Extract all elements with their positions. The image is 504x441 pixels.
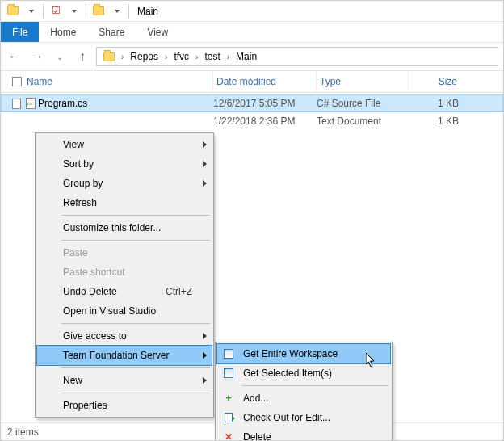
- qat-dropdown-icon[interactable]: [66, 4, 81, 19]
- tab-view[interactable]: View: [136, 23, 179, 41]
- titlebar: ☑ Main: [1, 1, 503, 22]
- back-button[interactable]: ←: [6, 48, 23, 65]
- plus-icon: +: [222, 392, 235, 405]
- menu-new[interactable]: New: [37, 371, 212, 390]
- chevron-right-icon: [203, 377, 207, 384]
- folder-icon: [91, 4, 106, 19]
- chevron-right-icon[interactable]: ›: [163, 52, 169, 61]
- file-modified: 1/22/2018 2:36 PM: [213, 116, 317, 127]
- file-row[interactable]: Program.cs 12/6/2017 5:05 PM C# Source F…: [1, 94, 503, 112]
- menu-separator: [61, 215, 210, 216]
- address-bar[interactable]: › Repos › tfvc › test › Main: [96, 47, 498, 66]
- file-row[interactable]: 1/22/2018 2:36 PM Text Document 1 KB: [1, 112, 503, 130]
- menu-get-selected-items[interactable]: Get Selected Item(s): [217, 363, 390, 383]
- breadcrumb-item[interactable]: Repos: [127, 51, 162, 62]
- qat-dropdown-icon[interactable]: [23, 4, 38, 19]
- column-name[interactable]: Name: [23, 71, 213, 92]
- menu-paste: Paste: [37, 243, 212, 262]
- qat-properties-icon[interactable]: ☑: [48, 4, 63, 19]
- menu-sort-by[interactable]: Sort by: [37, 154, 212, 174]
- menu-give-access-to[interactable]: Give access to: [37, 326, 212, 346]
- menu-undo-delete[interactable]: Undo DeleteCtrl+Z: [37, 282, 212, 301]
- folder-icon: [6, 4, 20, 19]
- checkout-icon: [222, 411, 235, 424]
- breadcrumb-item[interactable]: tfvc: [170, 51, 192, 62]
- select-all-checkbox[interactable]: [9, 71, 23, 92]
- column-modified[interactable]: Date modified: [213, 71, 317, 92]
- menu-separator: [242, 385, 388, 386]
- nav-bar: ← → ⌄ ↑ › Repos › tfvc › test › Main: [1, 42, 503, 71]
- file-type: Text Document: [317, 116, 409, 127]
- chevron-right-icon: [203, 141, 207, 148]
- menu-paste-shortcut: Paste shortcut: [37, 262, 212, 282]
- file-type: C# Source File: [317, 98, 409, 109]
- file-size: 1 KB: [409, 116, 465, 127]
- menu-group-by[interactable]: Group by: [37, 174, 212, 193]
- status-text: 2 items: [7, 426, 39, 438]
- tab-share[interactable]: Share: [87, 23, 136, 41]
- delete-icon: ✕: [222, 430, 235, 441]
- menu-add[interactable]: + Add...: [217, 388, 390, 408]
- window-title: Main: [137, 6, 158, 17]
- shortcut-label: Ctrl+Z: [166, 286, 192, 297]
- chevron-right-icon[interactable]: ›: [194, 52, 200, 61]
- file-size: 1 KB: [409, 98, 465, 109]
- file-tab[interactable]: File: [1, 22, 39, 42]
- folder-icon: [102, 49, 116, 64]
- breadcrumb-item[interactable]: Main: [233, 51, 260, 62]
- tfs-submenu: Get Entire Workspace Get Selected Item(s…: [215, 342, 393, 441]
- menu-properties[interactable]: Properties: [37, 396, 212, 415]
- column-headers: Name Date modified Type Size: [1, 71, 503, 93]
- menu-separator: [61, 393, 210, 393]
- menu-customize-folder[interactable]: Customize this folder...: [37, 218, 212, 237]
- chevron-right-icon[interactable]: ›: [225, 52, 231, 61]
- ribbon-tabs: File Home Share View: [1, 22, 503, 42]
- column-type[interactable]: Type: [317, 71, 409, 92]
- chevron-right-icon: [203, 161, 207, 167]
- menu-get-entire-workspace[interactable]: Get Entire Workspace: [217, 344, 390, 363]
- column-size[interactable]: Size: [409, 71, 465, 92]
- chevron-right-icon: [203, 352, 207, 359]
- chevron-right-icon: [203, 180, 207, 187]
- context-menu: View Sort by Group by Refresh Customize …: [35, 132, 214, 418]
- breadcrumb-item[interactable]: test: [201, 51, 223, 62]
- csharp-file-icon: [23, 98, 38, 109]
- menu-separator: [61, 240, 210, 241]
- chevron-right-icon: [203, 333, 207, 339]
- workspace-icon: [222, 347, 235, 360]
- menu-open-in-vs[interactable]: Open in Visual Studio: [37, 301, 212, 321]
- menu-separator: [61, 368, 210, 368]
- file-name: Program.cs: [38, 98, 213, 109]
- chevron-right-icon[interactable]: ›: [120, 52, 125, 61]
- workspace-icon: [222, 367, 235, 380]
- menu-team-foundation-server[interactable]: Team Foundation Server: [37, 346, 212, 365]
- menu-view[interactable]: View: [37, 135, 212, 154]
- row-checkbox[interactable]: [9, 96, 23, 111]
- menu-separator: [61, 323, 210, 324]
- qat-dropdown-icon[interactable]: [109, 4, 124, 19]
- history-dropdown[interactable]: ⌄: [51, 48, 69, 65]
- menu-check-out-for-edit[interactable]: Check Out for Edit...: [217, 408, 390, 427]
- menu-refresh[interactable]: Refresh: [37, 193, 212, 212]
- forward-button[interactable]: →: [28, 48, 46, 65]
- up-button[interactable]: ↑: [74, 48, 91, 65]
- file-modified: 12/6/2017 5:05 PM: [213, 98, 317, 109]
- menu-delete[interactable]: ✕ Delete: [217, 427, 390, 441]
- tab-home[interactable]: Home: [39, 23, 87, 41]
- file-list: Program.cs 12/6/2017 5:05 PM C# Source F…: [1, 93, 503, 130]
